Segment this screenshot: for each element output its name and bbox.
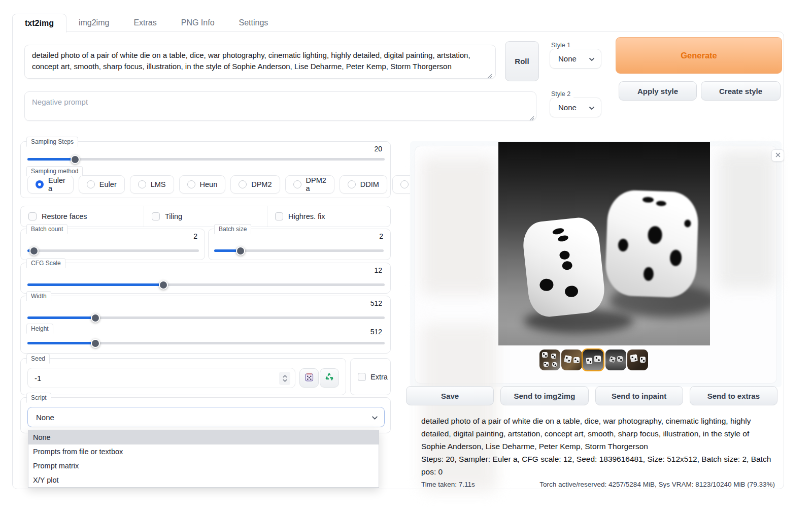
tab-png-info[interactable]: PNG Info [169,14,227,32]
thumbnail-4[interactable] [605,350,626,370]
extra-seed-group[interactable]: Extra [350,358,391,395]
blurred-preview [719,151,775,289]
cfg-scale-group: CFG Scale 12 [20,263,391,294]
batch-size-slider-handle[interactable] [236,246,245,256]
script-label: Script [26,393,51,403]
send-to-inpaint-button[interactable]: Send to inpaint [595,386,683,405]
radio-ddim[interactable]: DDIM [340,175,387,194]
result-gallery [410,141,782,387]
width-slider[interactable] [27,316,385,319]
script-value: None [36,413,54,422]
style1-dropdown[interactable]: Style 1 None [550,49,601,69]
sampling-steps-value: 20 [374,145,382,153]
roll-button[interactable]: Roll [505,41,539,81]
send-to-img2img-button[interactable]: Send to img2img [500,386,588,405]
script-option-none[interactable]: None [28,430,379,444]
batch-count-slider[interactable] [27,249,199,252]
cfg-scale-label: CFG Scale [26,258,65,268]
restore-faces-checkbox[interactable]: Restore faces [21,206,144,227]
script-dropdown-menu: None Prompts from file or textbox Prompt… [28,430,379,488]
thumbnail-2[interactable] [561,350,582,370]
random-seed-button[interactable] [299,368,319,388]
extra-label: Extra [370,373,388,381]
close-icon [775,151,781,160]
script-option-prompts-from-file[interactable]: Prompts from file or textbox [28,444,379,459]
seed-label: Seed [26,354,50,364]
script-option-prompt-matrix[interactable]: Prompt matrix [28,459,379,473]
radio-dot-icon [87,180,95,188]
seed-input[interactable] [28,368,295,388]
script-group: Script None [20,397,391,433]
txt2img-page: txt2img img2img Extras PNG Info Settings… [0,0,812,508]
checkbox-icon [152,212,160,220]
radio-dot-icon [187,180,195,188]
tab-settings[interactable]: Settings [227,14,281,32]
cfg-scale-slider-handle[interactable] [159,280,168,290]
height-slider[interactable] [27,342,385,344]
thumbnail-1[interactable] [539,350,560,370]
batch-size-value: 2 [379,232,383,240]
dice-icon [304,372,315,385]
script-dropdown[interactable]: None [27,407,385,427]
checkbox-icon [28,212,37,220]
result-prompt-text: detailed photo of a pair of white die on… [421,415,775,453]
radio-dot-icon [36,180,44,188]
negative-prompt-input[interactable] [24,91,536,121]
send-to-extras-button[interactable]: Send to extras [690,386,777,405]
number-spinner-icon[interactable] [279,372,290,385]
tab-img2img[interactable]: img2img [66,14,121,32]
style2-dropdown[interactable]: Style 2 None [550,98,601,117]
seed-input-wrap [27,368,295,388]
generation-info: detailed photo of a pair of white die on… [421,415,775,488]
batch-size-group: Batch size 2 [208,229,391,260]
recycle-icon [324,372,334,384]
resize-grip-icon[interactable] [528,114,534,120]
seed-group: Seed [20,358,346,395]
highres-fix-checkbox[interactable]: Highres. fix [267,206,390,227]
thumbnail-3-selected[interactable] [583,350,603,370]
width-value: 512 [370,299,382,307]
radio-dpm2[interactable]: DPM2 [230,175,280,194]
radio-dot-icon [400,180,409,188]
close-gallery-button[interactable] [771,149,784,162]
height-slider-handle[interactable] [91,339,100,348]
die-left [521,216,607,319]
create-style-button[interactable]: Create style [701,81,781,101]
tab-txt2img[interactable]: txt2img [12,14,66,33]
die-right [604,189,699,298]
radio-heun[interactable]: Heun [179,175,226,194]
apply-style-button[interactable]: Apply style [619,81,697,101]
radio-lms[interactable]: LMS [130,175,174,194]
radio-dot-icon [293,180,301,188]
cfg-scale-value: 12 [374,266,382,274]
sampling-steps-slider[interactable] [27,158,385,161]
radio-euler[interactable]: Euler [79,175,125,194]
sampling-steps-label: Sampling Steps [26,137,78,147]
prompt-input[interactable]: detailed photo of a pair of white die on… [24,45,496,79]
generated-image[interactable] [498,142,710,345]
sampling-group: Sampling Steps 20 Sampling method Euler … [20,141,391,198]
batch-size-slider[interactable] [214,249,384,252]
height-label: Height [26,324,53,334]
radio-dpm2-a[interactable]: DPM2 a [285,175,334,194]
tab-extras[interactable]: Extras [121,14,168,32]
tiling-checkbox[interactable]: Tiling [144,206,267,227]
reuse-seed-button[interactable] [320,368,339,388]
resize-grip-icon[interactable] [486,72,492,78]
generate-button[interactable]: Generate [616,37,782,74]
sampling-steps-slider-handle[interactable] [71,155,80,164]
style2-value: None [558,103,577,112]
width-slider-handle[interactable] [91,313,100,323]
dimensions-group: Width 512 Height 512 [20,296,391,354]
chevron-down-icon [589,54,595,63]
batch-count-group: Batch count 2 [20,229,205,260]
sampling-method-radios: Euler a Euler LMS Heun DPM2 DPM2 a DDIM … [27,175,441,194]
radio-euler-a[interactable]: Euler a [27,175,74,194]
thumbnail-5[interactable] [627,350,648,370]
batch-count-slider-handle[interactable] [29,246,39,256]
script-option-xy-plot[interactable]: X/Y plot [28,473,379,487]
toggles-row: Restore faces Tiling Highres. fix [20,206,391,227]
save-button[interactable]: Save [406,386,494,405]
cfg-scale-slider[interactable] [27,283,385,286]
chevron-down-icon [589,103,595,112]
